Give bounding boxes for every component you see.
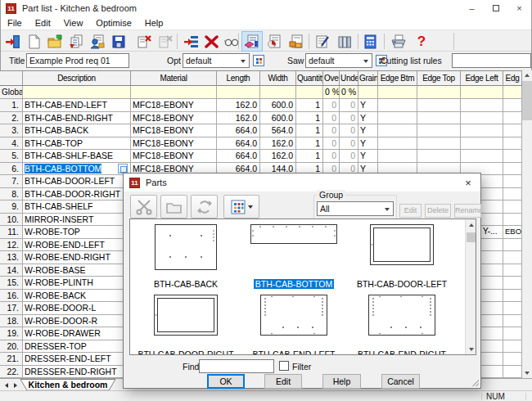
tab-scroll-left-icon[interactable] xyxy=(2,381,11,390)
column-header-edge-right[interactable]: Edg xyxy=(503,71,522,86)
cell-edge-right[interactable] xyxy=(503,112,522,125)
column-header-edge-left[interactable]: Edge Left xyxy=(461,71,503,86)
cell-edge-top[interactable] xyxy=(417,124,461,137)
column-header[interactable] xyxy=(0,71,23,86)
table-row[interactable]: 1. BTH-CAB-END-LEFT MFC18-EBONY 162.0 60… xyxy=(0,99,522,112)
group-combo[interactable]: All xyxy=(317,201,394,216)
cell-description[interactable]: W-ROBE-DOOR-L xyxy=(23,302,131,315)
menu-view[interactable]: View xyxy=(57,16,90,29)
minimize-button[interactable]: – xyxy=(460,0,484,16)
cell-material[interactable]: MFC18-EBONY xyxy=(131,112,217,125)
delete-part-list-icon[interactable] xyxy=(134,32,154,51)
row-number[interactable]: 3. xyxy=(0,124,23,137)
row-number[interactable]: 20. xyxy=(0,340,23,354)
delete-all-lists-icon[interactable] xyxy=(156,32,175,51)
column-header-over[interactable]: Over xyxy=(323,71,340,86)
cell-edge-right[interactable] xyxy=(503,163,522,176)
exit-icon[interactable] xyxy=(3,32,23,51)
part-thumbnail-label[interactable]: BTH-CAB-DOOR-LEFT xyxy=(355,279,449,289)
scroll-up-icon[interactable] xyxy=(466,219,476,230)
cell-description[interactable]: BTH-CAB-BOTTOM xyxy=(23,163,131,176)
column-header-length[interactable]: Length xyxy=(217,71,260,86)
open-part-button[interactable] xyxy=(160,195,187,219)
part-thumbnail[interactable]: BTH-CAB-BACK xyxy=(132,224,240,295)
cell-under[interactable]: 0 xyxy=(340,124,358,137)
cell-edge-right[interactable] xyxy=(503,175,522,188)
cell-description[interactable]: BTH-CAB-END-LEFT xyxy=(23,99,131,112)
cell-length[interactable]: 664.0 xyxy=(217,137,260,151)
part-thumbnail[interactable]: BTH-CAB-DOOR-LEFT xyxy=(348,224,456,295)
view-mode-button[interactable] xyxy=(223,195,259,219)
row-number[interactable]: 2. xyxy=(0,112,23,125)
cell-length[interactable]: 664.0 xyxy=(217,124,260,137)
cell-width[interactable]: 564.0 xyxy=(260,124,296,137)
cell-edge-btm[interactable] xyxy=(378,112,417,125)
board-list-icon[interactable] xyxy=(264,32,284,51)
cell-grain[interactable]: Y xyxy=(358,150,378,163)
scroll-down-icon[interactable] xyxy=(466,344,476,354)
global-row[interactable]: Global 0 % 0 % xyxy=(0,86,522,99)
cell-description[interactable]: W-ROBE-BACK xyxy=(23,290,131,303)
cell-grain[interactable]: Y xyxy=(358,112,378,125)
help-button[interactable]: Help xyxy=(322,374,361,389)
cell-description[interactable]: BTH-CAB-DOOR-RIGHT xyxy=(23,188,131,201)
resize-grip[interactable] xyxy=(472,380,479,386)
table-row[interactable]: 5. BTH-CAB-SHLF-BASE MFC18-EBONY 664.0 1… xyxy=(0,150,522,163)
thumbnail-list-scrollbar[interactable] xyxy=(465,219,476,354)
table-vertical-scrollbar[interactable] xyxy=(522,70,532,378)
new-document-icon[interactable] xyxy=(25,32,44,51)
cell-description[interactable]: DRESSER-TOP xyxy=(23,340,131,354)
part-thumbnail-label[interactable]: BTH-CAB-BACK xyxy=(152,279,219,289)
parts-thumbnail-list[interactable]: BTH-CAB-BACK BTH-CAB-BOTTOM xyxy=(129,219,476,355)
row-number[interactable]: 18. xyxy=(0,315,23,328)
ok-button[interactable]: OK xyxy=(207,374,245,389)
find-input[interactable] xyxy=(199,359,274,373)
maximize-button[interactable] xyxy=(484,0,507,16)
saw-combo[interactable]: default xyxy=(305,53,372,68)
cutting-list-rules-input[interactable] xyxy=(452,53,531,68)
row-number[interactable]: 5. xyxy=(0,150,23,163)
cell-edge-right[interactable] xyxy=(503,150,522,163)
cell-over[interactable]: 0 xyxy=(323,99,340,112)
row-number[interactable]: 19. xyxy=(0,327,23,340)
group-delete-button[interactable]: Delete xyxy=(425,204,451,218)
cell-edge-btm[interactable] xyxy=(378,99,417,112)
cell-grain[interactable]: Y xyxy=(358,137,378,151)
scrollbar-thumb[interactable] xyxy=(467,232,476,242)
cell-over[interactable]: 0 xyxy=(323,137,340,151)
part-thumbnail[interactable]: BTH-CAB-END-LEFT xyxy=(240,295,348,355)
cell-under[interactable]: 0 xyxy=(340,99,358,112)
cell-edge-left[interactable] xyxy=(461,124,503,137)
cell-edge-right[interactable] xyxy=(503,124,522,137)
cell-edge-right[interactable] xyxy=(503,264,522,277)
cell-edge-right[interactable] xyxy=(503,214,522,227)
cell-description[interactable]: MIRROR-INSERT xyxy=(23,214,131,227)
cut-part-button[interactable] xyxy=(130,195,157,219)
row-number[interactable]: 8. xyxy=(0,188,23,201)
opt-combo[interactable]: default xyxy=(183,53,250,68)
row-number[interactable]: 12. xyxy=(0,239,23,252)
cell-edge-right[interactable] xyxy=(503,353,522,366)
cell-material[interactable]: MFC18-EBONY xyxy=(131,137,217,151)
cell-description[interactable]: BTH-CAB-SHLF-BASE xyxy=(23,150,131,163)
product-list-icon[interactable] xyxy=(286,32,306,51)
row-number[interactable]: 14. xyxy=(0,264,23,277)
insert-row-icon[interactable] xyxy=(182,32,201,51)
row-number[interactable]: 15. xyxy=(0,277,23,290)
column-header-material[interactable]: Material xyxy=(131,71,217,86)
cell-edge-right[interactable] xyxy=(503,315,522,328)
cell-edge-top[interactable] xyxy=(417,137,461,151)
row-number[interactable]: 11. xyxy=(0,226,23,239)
row-number[interactable]: 1. xyxy=(0,99,23,112)
cell-edge-right[interactable] xyxy=(503,277,522,290)
cell-description[interactable]: BTH-CAB-DOOR-LEFT xyxy=(23,175,131,188)
cell-quantity[interactable]: 1 xyxy=(296,124,323,137)
row-number[interactable]: 16. xyxy=(0,290,23,303)
scrollbar-thumb[interactable] xyxy=(522,81,532,120)
part-thumbnail[interactable]: BTH-CAB-DOOR-RIGHT xyxy=(132,295,240,355)
row-number[interactable]: 22. xyxy=(0,366,23,379)
cell-edge-right[interactable]: EBON xyxy=(503,226,522,239)
cell-grain[interactable]: Y xyxy=(358,124,378,137)
part-thumbnail[interactable]: BTH-CAB-END-RIGHT xyxy=(348,295,456,355)
cell-edge-right[interactable] xyxy=(503,366,522,379)
